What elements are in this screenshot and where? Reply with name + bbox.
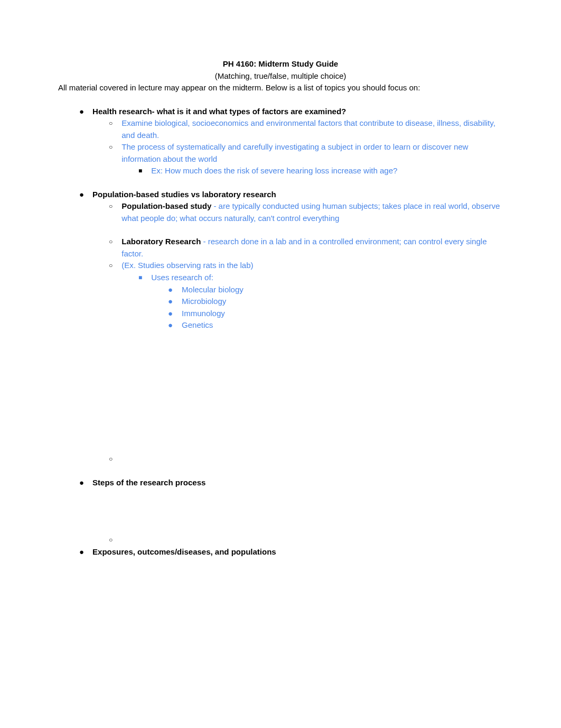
body-text: Molecular biology	[182, 284, 503, 296]
list-item: ○ Examine biological, socioeconomics and…	[109, 117, 503, 141]
list-item: ■ Ex: How much does the risk of severe h…	[138, 165, 503, 177]
body-text: The process of systematically and carefu…	[121, 141, 503, 165]
body-text: Uses research of:	[151, 272, 503, 284]
bullet-icon: ●	[79, 477, 84, 489]
list-item-empty: ○	[109, 534, 503, 546]
list-item: ● Molecular biology	[168, 284, 503, 296]
heading-text: Health research- what is it and what typ…	[92, 106, 503, 118]
bullet-icon: ○	[109, 200, 113, 213]
intro-text: All material covered in lecture may appe…	[58, 82, 503, 94]
separator: -	[211, 201, 218, 210]
bullet-icon: ●	[79, 189, 84, 201]
bullet-icon: ○	[109, 453, 113, 465]
term-label: Laboratory Research	[121, 237, 201, 246]
topic-research-steps: ● Steps of the research process	[79, 477, 503, 489]
body-text: Population-based study - are typically c…	[121, 200, 503, 224]
bullet-icon: ○	[109, 534, 113, 546]
bullet-icon: ●	[168, 308, 173, 320]
bullet-icon: ■	[138, 165, 142, 177]
list-item: ● Microbiology	[168, 296, 503, 308]
term-label: Population-based study	[121, 201, 211, 210]
bullet-icon: ●	[79, 106, 84, 118]
body-text: Ex: How much does the risk of severe hea…	[151, 165, 503, 177]
bullet-icon: ●	[168, 284, 173, 296]
bullet-icon: ○	[109, 236, 113, 248]
separator: -	[201, 237, 208, 246]
body-text: Examine biological, socioeconomics and e…	[121, 117, 503, 141]
heading-text: Exposures, outcomes/diseases, and popula…	[92, 546, 503, 558]
bullet-icon: ●	[79, 546, 84, 558]
bullet-icon: ■	[138, 272, 142, 284]
list-item: ■ Uses research of:	[138, 272, 503, 284]
bullet-icon: ●	[168, 319, 173, 331]
topic-population-vs-lab: ● Population-based studies vs laboratory…	[79, 189, 503, 201]
bullet-icon: ●	[168, 296, 173, 308]
topic-exposures: ● Exposures, outcomes/diseases, and popu…	[79, 546, 503, 558]
list-item: ○ Laboratory Research - research done in…	[109, 236, 503, 260]
list-item: ○ The process of systematically and care…	[109, 141, 503, 165]
body-text: Microbiology	[182, 296, 503, 308]
body-text: Genetics	[182, 319, 503, 331]
document-title: PH 4160: Midterm Study Guide	[58, 58, 503, 70]
list-item: ○ (Ex. Studies observing rats in the lab…	[109, 260, 503, 272]
document-subtitle: (Matching, true/false, multiple choice)	[58, 70, 503, 82]
list-item: ● Genetics	[168, 319, 503, 331]
body-text: Immunology	[182, 308, 503, 320]
body-text: Laboratory Research - research done in a…	[121, 236, 503, 260]
topic-health-research: ● Health research- what is it and what t…	[79, 106, 503, 118]
bullet-icon: ○	[109, 117, 113, 130]
heading-text: Population-based studies vs laboratory r…	[92, 189, 503, 201]
list-item: ● Immunology	[168, 308, 503, 320]
list-item: ○ Population-based study - are typically…	[109, 200, 503, 224]
bullet-icon: ○	[109, 260, 113, 272]
heading-text: Steps of the research process	[92, 477, 503, 489]
body-text: (Ex. Studies observing rats in the lab)	[121, 260, 503, 272]
list-item-empty: ○	[109, 453, 503, 465]
bullet-icon: ○	[109, 141, 113, 153]
